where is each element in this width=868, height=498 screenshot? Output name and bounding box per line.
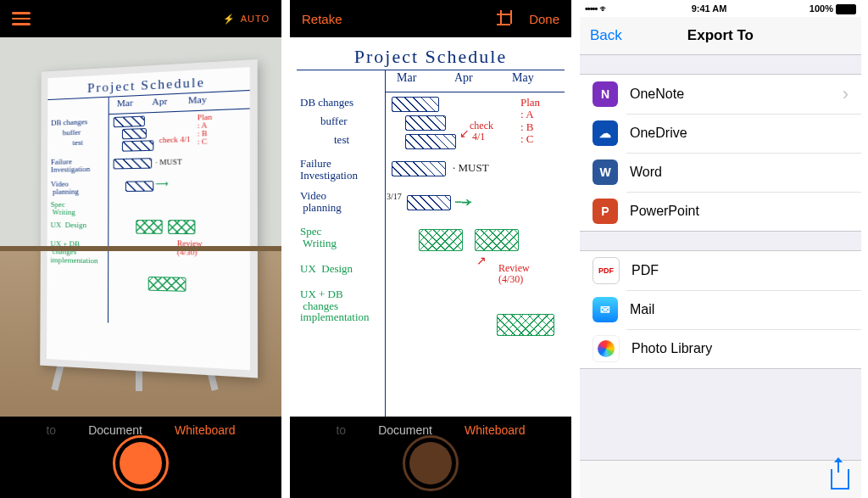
row-test: test xyxy=(72,139,82,148)
ann-review: Review (4/30) xyxy=(177,239,203,257)
screen-preview: Retake Done Project Schedule Mar Apr May… xyxy=(290,0,571,498)
row-spec: Spec Writing xyxy=(51,201,75,217)
export-pdf[interactable]: PDF PDF xyxy=(580,251,861,290)
nav-title: Export To xyxy=(622,27,819,44)
label: PowerPoint xyxy=(630,204,699,219)
col-may: May xyxy=(188,93,207,105)
menu-button[interactable] xyxy=(12,12,31,25)
retake-button[interactable]: Retake xyxy=(302,12,342,26)
export-group-other: PDF PDF ✉ Mail Photo Library xyxy=(580,250,861,369)
export-onenote[interactable]: N OneNote › xyxy=(580,75,861,114)
bar-buffer xyxy=(122,128,147,139)
bar-ux1 xyxy=(136,220,163,234)
label: OneDrive xyxy=(630,126,687,141)
col-mar: Mar xyxy=(397,71,416,85)
arrow-video: ·····➔· xyxy=(454,195,470,210)
row-ux: UX Design xyxy=(300,263,353,275)
mode-document[interactable]: Document xyxy=(378,423,432,437)
back-button[interactable]: Back xyxy=(590,27,622,44)
preview-top-bar: Retake Done xyxy=(290,0,571,37)
row-test: test xyxy=(334,134,349,146)
bar-fail xyxy=(392,161,446,176)
row-db: DB changes xyxy=(300,97,353,109)
capture-modes[interactable]: to Document Whiteboard xyxy=(0,417,281,437)
bar-test xyxy=(122,140,153,151)
label: Word xyxy=(630,165,662,180)
row-db: DB changes xyxy=(51,118,87,127)
label: OneNote xyxy=(630,87,684,102)
col-may: May xyxy=(512,71,534,85)
bar-db xyxy=(114,116,145,128)
label: PDF xyxy=(632,263,659,278)
mode-whiteboard[interactable]: Whiteboard xyxy=(465,423,526,437)
row-fail: Failure Investigation xyxy=(51,158,90,175)
arrow-check: ↙ xyxy=(459,127,470,140)
captured-whiteboard: Project Schedule Mar Apr May DB changes … xyxy=(290,37,571,417)
screen-camera-live: ⚡ AUTO Project Schedule Mar Apr May DB c… xyxy=(0,0,281,498)
row-uxdb: UX + DB changes implementation xyxy=(50,240,97,265)
bar-impl xyxy=(148,277,186,292)
ann-plan: Plan : A : B : C xyxy=(198,113,213,146)
wifi-icon: ᯤ xyxy=(599,3,609,14)
arrow-review: ↗ xyxy=(476,255,487,267)
export-word[interactable]: W Word xyxy=(580,153,861,192)
whiteboard-in-view: Project Schedule Mar Apr May DB changes … xyxy=(40,59,258,378)
bar-spec1 xyxy=(419,229,463,251)
export-photos[interactable]: Photo Library xyxy=(580,329,861,368)
toolbar xyxy=(580,460,861,498)
export-group-apps: N OneNote › ☁ OneDrive W Word P PowerPoi… xyxy=(580,74,861,232)
mode-document[interactable]: Document xyxy=(88,423,142,437)
ann-plan: Plan : A : B : C xyxy=(520,97,540,145)
camera-viewfinder: Project Schedule Mar Apr May DB changes … xyxy=(0,37,281,417)
row-fail: Failure Investigation xyxy=(300,158,358,181)
row-spec: Spec Writing xyxy=(300,226,337,249)
mode-hidden[interactable]: to xyxy=(336,423,346,437)
ann-review: Review (4/30) xyxy=(498,263,530,285)
flash-toggle[interactable]: ⚡ AUTO xyxy=(223,14,270,25)
export-onedrive[interactable]: ☁ OneDrive xyxy=(580,114,861,153)
crop-button[interactable] xyxy=(497,10,514,27)
wb-title: Project Schedule xyxy=(297,41,565,70)
status-battery: 100% xyxy=(810,3,833,14)
row-buffer: buffer xyxy=(63,129,81,137)
bar-ux2 xyxy=(168,220,195,234)
photos-icon xyxy=(593,335,620,362)
col-apr: Apr xyxy=(152,96,167,107)
camera-bottom-bar: to Document Whiteboard xyxy=(0,417,281,498)
mode-whiteboard[interactable]: Whiteboard xyxy=(175,423,236,437)
row-video: Video planning xyxy=(300,190,342,213)
bar-video xyxy=(125,181,153,192)
export-powerpoint[interactable]: P PowerPoint xyxy=(580,192,861,231)
ann-must: · MUST xyxy=(453,161,489,175)
row-uxdb: UX + DB changes implementation xyxy=(300,288,370,323)
bar-impl xyxy=(497,314,554,336)
bolt-icon: ⚡ xyxy=(223,14,236,25)
word-icon: W xyxy=(593,159,618,185)
mode-hidden[interactable]: to xyxy=(46,423,56,437)
chevron-icon: › xyxy=(843,83,849,105)
done-button[interactable]: Done xyxy=(529,12,559,26)
share-button[interactable] xyxy=(831,469,849,490)
bar-spec2 xyxy=(475,229,519,251)
nav-bar: Back Export To xyxy=(580,17,861,55)
capture-modes[interactable]: to Document Whiteboard xyxy=(290,417,571,437)
ann-must: · MUST xyxy=(155,157,181,166)
battery-icon xyxy=(836,4,856,14)
powerpoint-icon: P xyxy=(593,199,618,224)
bar-test xyxy=(405,134,456,149)
shutter-button[interactable] xyxy=(113,435,169,491)
label: Mail xyxy=(630,302,654,317)
label: Photo Library xyxy=(632,341,712,356)
shutter-button[interactable] xyxy=(403,435,459,491)
pdf-icon: PDF xyxy=(593,257,620,284)
ann-317: 3/17 xyxy=(387,192,402,201)
screen-export: ••••• ᯤ 9:41 AM 100% Back Export To N On… xyxy=(580,0,861,498)
camera-top-bar: ⚡ AUTO xyxy=(0,0,281,37)
status-bar: ••••• ᯤ 9:41 AM 100% xyxy=(580,0,861,17)
mail-icon: ✉ xyxy=(593,297,618,322)
bar-fail xyxy=(114,158,153,169)
arrow-video: ⟶ xyxy=(155,179,168,189)
export-mail[interactable]: ✉ Mail xyxy=(580,290,861,329)
bar-buffer xyxy=(405,115,446,131)
onedrive-icon: ☁ xyxy=(593,120,618,146)
